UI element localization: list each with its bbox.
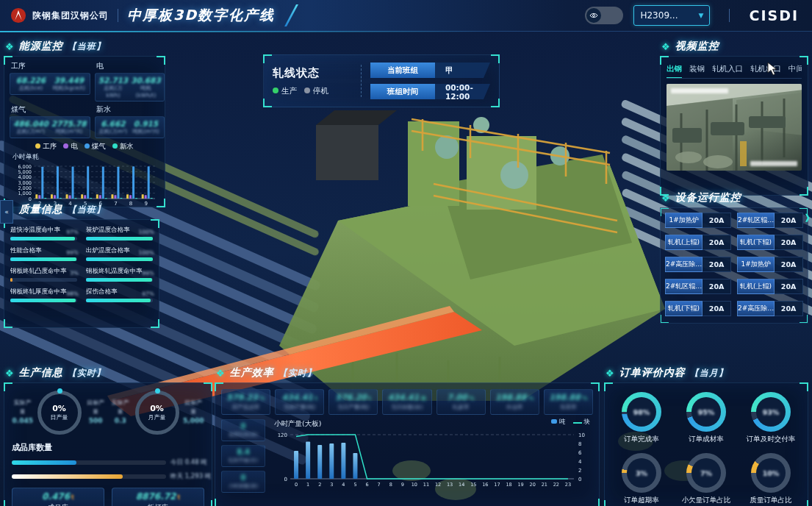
svg-text:5,000: 5,000	[18, 169, 32, 175]
energy-metric: 68.226总耗(tce)	[13, 76, 48, 92]
inventory-bar-track	[12, 460, 166, 465]
svg-text:1: 1	[306, 482, 309, 488]
efficiency-card: 198.88 %负荷率	[544, 389, 593, 415]
equipment-row[interactable]: 2#高压除…20A	[737, 301, 803, 316]
energy-legend-item: 工序	[35, 142, 57, 152]
gauge-actual-label: 实际产量	[12, 399, 34, 416]
inventory-bar-row: 今日 0.48 吨	[12, 458, 204, 467]
svg-text:21: 21	[542, 482, 547, 488]
energy-metric-value: 0.915	[131, 119, 161, 128]
left-panel-collapse-handle[interactable]: «	[0, 200, 13, 224]
quality-info-panel: ❖ 质量信息 【当班】 超快冷温度命中率97%装炉温度合格率100%性能合格率9…	[4, 203, 159, 328]
corner-decoration	[4, 56, 12, 65]
diamond-icon: ❖	[5, 41, 15, 52]
dashboard-root: 陕钢集团汉钢公司 中厚板3D数字化产线 H2309... ▼ CISDI	[0, 0, 812, 506]
equipment-row[interactable]: 轧机(上辊)20A	[665, 235, 731, 250]
camera-tabs: 出钢装钢轧机入口轧机出口中间冷电动辊	[667, 63, 802, 79]
inventory-bar-track	[12, 474, 166, 479]
quality-item: 出炉温度合格率100%	[86, 246, 153, 261]
shift-badge-label: 当前班组	[370, 63, 435, 78]
efficiency-panel-body: 579.23 %班产完成率434.41 t当班产量(吨)576.20 t当日产量…	[215, 382, 600, 506]
svg-text:4: 4	[342, 482, 345, 488]
shift-badges: 当前班组甲班组时间00:00-12:00	[370, 63, 490, 99]
line-selector-dropdown[interactable]: H2309... ▼	[633, 5, 710, 26]
corner-decoration	[157, 56, 165, 65]
camera-feed[interactable]	[667, 84, 802, 171]
energy-legend-item: 电	[63, 142, 78, 152]
equipment-current-value: 20A	[703, 323, 731, 324]
order-donut-cell: 3%订单超期率	[611, 453, 672, 505]
energy-hourly-bar-chart: 01,0002,0003,0004,0005,0006,00023456789	[10, 162, 158, 209]
order-donut-cell: 7%小欠量订单占比	[675, 453, 737, 505]
equipment-row[interactable]: 轧机(上辊)20A	[737, 279, 803, 294]
status-dot-icon	[273, 88, 279, 93]
corner-decoration	[800, 500, 808, 506]
energy-metric-value: 2775.78	[51, 119, 87, 128]
hourly-output-chart-wrap: 小时产量(大板) 吨块 0120024681001234567891011121…	[270, 419, 593, 495]
order-donut-label: 订单及时交付率	[747, 435, 796, 444]
production-title-suffix: 【实时】	[68, 367, 106, 380]
efficiency-card-label: 当日产量(吨)	[331, 404, 376, 411]
equipment-row[interactable]: 1#轧区辊…20A	[665, 323, 731, 324]
equipment-monitor-panel: ❖ 设备运行监控 1#加热炉20A2#轧区辊…20A轧机(上辊)20A轧机(下辊…	[660, 191, 808, 324]
camera-tab-1[interactable]: 装钢	[689, 64, 705, 74]
equipment-row[interactable]: 轧机(下辊)20A	[737, 235, 803, 250]
equipment-label: 轧机(上辊)	[665, 235, 703, 250]
orders-title-text: 订单评价内容	[619, 366, 686, 380]
quality-progress-track: 98%	[10, 299, 77, 302]
camera-tab-2[interactable]: 轧机入口	[712, 64, 743, 74]
equipment-label: 轧机(上辊)	[737, 279, 775, 294]
energy-monitor-panel: ❖ 能源监控 【当班】 工序68.226总耗(tce)39.449吨耗(kgce…	[4, 40, 165, 207]
equipment-row[interactable]: 2#轧区辊…20A	[665, 279, 731, 294]
equipment-row[interactable]: 2#高压除…20A	[665, 257, 731, 272]
corner-decoration	[263, 54, 272, 63]
camera-tab-4[interactable]: 中间冷	[788, 64, 802, 74]
hourly-chart-legend: 吨块	[551, 418, 590, 427]
line-status-legend-item: 停机	[304, 86, 328, 96]
order-donuts: 98%订单完成率95%订单成材率93%订单及时交付率3%订单超期率7%小欠量订单…	[611, 392, 802, 505]
equipment-current-value: 20A	[703, 279, 731, 294]
gauge-tick-dot	[155, 388, 160, 393]
order-donut-ring: 3%	[622, 453, 661, 493]
equipment-row[interactable]: 轧机(下辊)20A	[665, 301, 731, 316]
legend-dot-icon	[112, 143, 118, 149]
energy-metric-unit: 吨耗(m³/t)	[51, 128, 87, 135]
efficiency-side-box: 0当前轧制(块)	[221, 419, 265, 441]
eye-icon	[586, 8, 601, 23]
quality-item: 钢板终轧厚度命中率98%	[10, 288, 77, 302]
equipment-row[interactable]: 1#加热炉20A	[665, 213, 731, 228]
gauge-name: 月产量	[148, 413, 166, 421]
inventory-box: 0.476t成品库	[12, 488, 104, 506]
camera-tab-0[interactable]: 出钢	[667, 64, 682, 74]
right-panel-collapse-handle[interactable]: ❱	[802, 207, 812, 227]
legend-dot-icon	[35, 143, 40, 149]
efficiency-card-unit: %	[526, 395, 533, 402]
legend-dot-icon	[63, 143, 68, 149]
quality-item: 性能合格率99%	[10, 246, 77, 261]
equipment-row[interactable]: 轧机(上辊)20A	[737, 323, 803, 324]
efficiency-card: 434.41 t当班产量(吨)	[275, 389, 324, 415]
equipment-current-value: 20A	[775, 323, 803, 324]
corner-decoration	[800, 315, 808, 324]
equipment-current-value: 20A	[775, 279, 803, 294]
efficiency-card-unit: %	[467, 395, 475, 402]
hourly-legend-item: 块	[573, 418, 591, 427]
efficiency-side-box: 8.4轧制节奏(分)	[221, 445, 265, 467]
gauge-ring: 0%日产量	[37, 391, 82, 435]
efficiency-card-label: 负荷率	[546, 404, 591, 411]
equipment-label: 轧机(下辊)	[665, 301, 703, 316]
corner-decoration	[4, 382, 12, 391]
equipment-row[interactable]: 2#轧区辊…20A	[737, 213, 803, 228]
equipment-row[interactable]: 1#加热炉20A	[737, 257, 803, 272]
equipment-current-value: 20A	[775, 301, 803, 316]
orders-title-suffix: 【当月】	[690, 367, 728, 380]
inventory-box-unit: t	[71, 494, 74, 501]
energy-metric-value: 6.662	[98, 119, 129, 128]
efficiency-card: 579.23 %班产完成率	[221, 389, 270, 415]
video-monitor-panel: ❖ 视频监控 出钢装钢轧机入口轧机出口中间冷电动辊	[660, 40, 808, 196]
svg-text:19: 19	[517, 482, 523, 488]
order-donut-percent: 95%	[686, 392, 726, 432]
order-donut-label: 订单超期率	[624, 496, 659, 505]
svg-text:0: 0	[578, 477, 581, 482]
visibility-toggle[interactable]	[585, 7, 623, 24]
